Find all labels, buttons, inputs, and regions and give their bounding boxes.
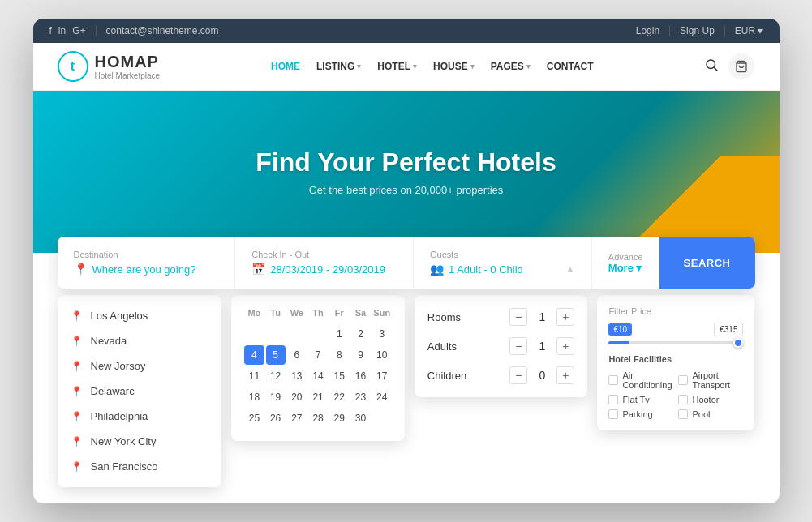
rooms-increase[interactable]: + — [556, 308, 574, 326]
children-row: Children − 0 + — [427, 366, 575, 384]
linkedin-icon[interactable]: in — [58, 25, 66, 36]
cal-day-18[interactable]: 18 — [244, 387, 264, 407]
adults-increase[interactable]: + — [556, 337, 574, 355]
calendar-grid: 1 2 3 4 5 6 7 8 9 10 11 12 13 14 15 — [244, 324, 392, 428]
currency-selector[interactable]: EUR ▾ — [735, 25, 763, 36]
search-button[interactable]: SEARCH — [659, 237, 755, 289]
cal-day-empty — [244, 324, 264, 344]
cal-day-21[interactable]: 21 — [308, 387, 328, 407]
cal-day-1[interactable]: 1 — [329, 324, 349, 344]
googleplus-icon[interactable]: G+ — [72, 25, 85, 36]
logo-text: HOMAP Hotel Marketplace — [95, 53, 161, 80]
cal-day-13[interactable]: 13 — [287, 366, 307, 386]
guests-toggle-icon: ▲ — [565, 263, 575, 275]
nav-house[interactable]: HOUSE ▾ — [433, 61, 475, 72]
cal-day-3[interactable]: 3 — [372, 324, 392, 344]
facility-checkbox-pool[interactable] — [678, 409, 688, 419]
children-controls: − 0 + — [509, 366, 574, 384]
filter-price-label: Filter Price — [608, 306, 743, 316]
nav-listing[interactable]: LISTING ▾ — [316, 61, 361, 72]
cal-day-10[interactable]: 10 — [372, 345, 392, 365]
nav-pages[interactable]: PAGES ▾ — [491, 61, 531, 72]
cal-day-17[interactable]: 17 — [372, 366, 392, 386]
nav-hotel[interactable]: HOTEL ▾ — [377, 61, 417, 72]
facebook-icon[interactable]: f — [49, 25, 52, 36]
cal-day-12[interactable]: 12 — [266, 366, 286, 386]
facility-flat-tv[interactable]: Flat Tv — [608, 395, 673, 404]
children-increase[interactable]: + — [556, 366, 574, 384]
login-link[interactable]: Login — [636, 25, 659, 36]
facility-checkbox-hootor[interactable] — [678, 395, 688, 404]
social-icons: f in G+ — [49, 25, 86, 36]
cal-day-15[interactable]: 15 — [329, 366, 349, 386]
rooms-label: Rooms — [427, 311, 461, 323]
search-icon[interactable] — [704, 58, 719, 75]
nav-contact[interactable]: CONTACT — [547, 61, 594, 72]
guests-label: Guests — [430, 250, 575, 259]
facility-pool[interactable]: Pool — [678, 409, 743, 419]
cal-day-11[interactable]: 11 — [244, 366, 264, 386]
adults-row: Adults − 1 + — [427, 337, 575, 355]
cal-header-sun: Sun — [372, 308, 392, 318]
cal-day-16[interactable]: 16 — [350, 366, 370, 386]
facility-checkbox-parking[interactable] — [608, 409, 618, 419]
range-handle[interactable] — [733, 338, 743, 348]
facility-hootor[interactable]: Hootor — [678, 395, 743, 404]
advance-field[interactable]: Advance More ▾ — [592, 237, 659, 289]
cal-day-24[interactable]: 24 — [372, 387, 392, 407]
cal-day-26[interactable]: 26 — [266, 409, 286, 428]
cal-day-27[interactable]: 27 — [287, 409, 307, 428]
rooms-decrease[interactable]: − — [509, 308, 527, 326]
facility-checkbox-at[interactable] — [678, 375, 688, 385]
facility-checkbox-ac[interactable] — [608, 375, 618, 385]
price-slider[interactable] — [608, 341, 743, 344]
dest-loc-icon-3: 📍 — [71, 386, 83, 397]
hero-title: Find Your Perfect Hotels — [256, 148, 556, 178]
checkin-label: Check In - Out — [251, 250, 397, 259]
logo-icon: t — [58, 51, 88, 82]
facility-parking[interactable]: Parking — [608, 409, 673, 419]
cal-day-4[interactable]: 4 — [244, 345, 264, 365]
guests-field[interactable]: Guests 👥 1 Adult - 0 Child ▲ — [414, 237, 592, 289]
facility-air-conditioning[interactable]: Air Conditioning — [608, 370, 673, 390]
search-panel-wrapper: Destination 📍 Where are you going? Check… — [33, 237, 780, 503]
signup-link[interactable]: Sign Up — [680, 25, 715, 36]
facility-airport-transport[interactable]: Airport Transport — [678, 370, 743, 390]
dest-item-1[interactable]: 📍 Nevada — [58, 328, 222, 353]
children-decrease[interactable]: − — [509, 366, 527, 384]
cal-day-6[interactable]: 6 — [287, 345, 307, 365]
dest-loc-icon-0: 📍 — [71, 310, 83, 322]
browser-window: f in G+ contact@shinetheme.com Login Sig… — [33, 19, 780, 503]
dest-item-6[interactable]: 📍 San Francisco — [58, 454, 222, 479]
cart-icon[interactable] — [728, 53, 754, 79]
cal-day-14[interactable]: 14 — [308, 366, 328, 386]
cal-day-20[interactable]: 20 — [287, 387, 307, 407]
dest-item-2[interactable]: 📍 New Jorsoy — [58, 353, 222, 379]
dest-item-3[interactable]: 📍 Delawarc — [58, 379, 222, 404]
cal-day-23[interactable]: 23 — [350, 387, 370, 407]
cal-day-8[interactable]: 8 — [329, 345, 349, 365]
destination-field[interactable]: Destination 📍 Where are you going? — [58, 237, 236, 289]
cal-day-19[interactable]: 19 — [266, 387, 286, 407]
nav-home[interactable]: HOME — [271, 61, 300, 72]
adults-decrease[interactable]: − — [509, 337, 527, 355]
facility-checkbox-tv[interactable] — [608, 395, 618, 404]
price-min: €10 — [608, 323, 632, 336]
cal-day-25[interactable]: 25 — [244, 409, 264, 428]
cal-day-9[interactable]: 9 — [350, 345, 370, 365]
dest-item-5[interactable]: 📍 New York City — [58, 429, 222, 454]
dest-item-4[interactable]: 📍 Philadelphia — [58, 404, 222, 429]
cal-day-22[interactable]: 22 — [329, 387, 349, 407]
cal-day-7[interactable]: 7 — [308, 345, 328, 365]
rooms-count: 1 — [535, 310, 548, 323]
checkin-field[interactable]: Check In - Out 📅 28/03/2019 - 29/03/2019 — [235, 237, 414, 289]
cal-day-29[interactable]: 29 — [329, 409, 349, 428]
dest-item-0[interactable]: 📍 Los Angelos — [58, 303, 222, 328]
cal-day-2[interactable]: 2 — [350, 324, 370, 344]
advance-more[interactable]: More ▾ — [608, 262, 643, 274]
cal-day-30[interactable]: 30 — [350, 409, 370, 428]
cal-day-5[interactable]: 5 — [266, 345, 286, 365]
svg-point-0 — [707, 60, 715, 69]
cal-day-28[interactable]: 28 — [308, 409, 328, 428]
cal-header-sa: Sa — [350, 308, 370, 318]
